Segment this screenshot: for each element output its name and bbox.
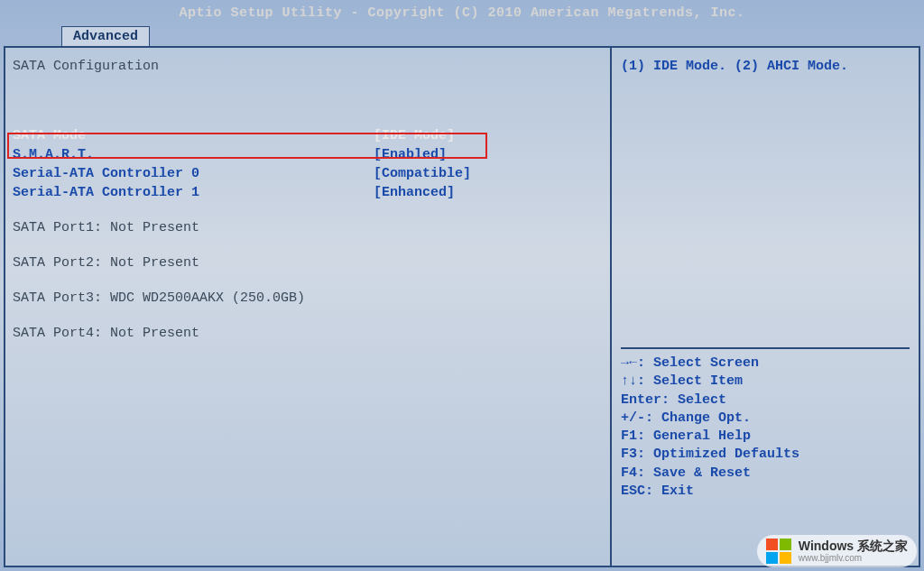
tab-label: Advanced <box>73 29 138 44</box>
keyhelp-select-item: ↑↓: Select Item <box>621 373 910 391</box>
help-divider <box>621 347 910 349</box>
keyhelp-change-opt: +/-: Change Opt. <box>621 410 910 428</box>
watermark: Windows 系统之家 www.bjjmlv.com <box>757 535 917 567</box>
watermark-line2: www.bjjmlv.com <box>799 553 908 563</box>
sata-port-1: SATA Port1: Not Present <box>13 218 603 237</box>
help-description: (1) IDE Mode. (2) AHCI Mode. <box>621 59 910 74</box>
right-panel: (1) IDE Mode. (2) AHCI Mode. →←: Select … <box>612 48 919 566</box>
setting-value: [IDE Mode] <box>374 128 603 143</box>
setting-value: [Enabled] <box>374 147 603 162</box>
keyhelp-optimized-defaults: F3: Optimized Defaults <box>621 446 910 464</box>
main-frame: SATA Configuration SATA Mode [IDE Mode] … <box>4 46 920 567</box>
setting-sata-controller-1[interactable]: Serial-ATA Controller 1 [Enhanced] <box>13 183 603 202</box>
keyhelp-general-help: F1: General Help <box>621 428 910 446</box>
keyhelp-save-reset: F4: Save & Reset <box>621 465 910 483</box>
tab-advanced[interactable]: Advanced <box>61 26 150 46</box>
sata-port-4: SATA Port4: Not Present <box>13 324 603 343</box>
setting-sata-mode[interactable]: SATA Mode [IDE Mode] <box>13 126 603 145</box>
sata-port-2: SATA Port2: Not Present <box>13 253 603 272</box>
setting-label: SATA Mode <box>13 128 374 143</box>
tab-bar: Advanced <box>0 26 924 46</box>
section-title: SATA Configuration <box>13 59 603 74</box>
setting-sata-controller-0[interactable]: Serial-ATA Controller 0 [Compatible] <box>13 164 603 183</box>
setting-value: [Enhanced] <box>374 185 603 200</box>
watermark-line1: Windows 系统之家 <box>799 539 908 553</box>
keyhelp-select-screen: →←: Select Screen <box>621 355 910 373</box>
windows-icon <box>766 539 791 564</box>
setting-label: Serial-ATA Controller 0 <box>13 166 374 181</box>
header-title: Aptio Setup Utility - Copyright (C) 2010… <box>179 5 744 21</box>
left-panel: SATA Configuration SATA Mode [IDE Mode] … <box>5 48 612 566</box>
setting-value: [Compatible] <box>374 166 603 181</box>
keyhelp-exit: ESC: Exit <box>621 483 910 501</box>
bios-header: Aptio Setup Utility - Copyright (C) 2010… <box>0 0 924 26</box>
setting-label: S.M.A.R.T. <box>13 147 374 162</box>
keyhelp-enter: Enter: Select <box>621 391 910 410</box>
setting-label: Serial-ATA Controller 1 <box>13 185 374 200</box>
sata-port-3: SATA Port3: WDC WD2500AAKX (250.0GB) <box>13 289 603 308</box>
watermark-text: Windows 系统之家 www.bjjmlv.com <box>799 539 908 563</box>
setting-smart[interactable]: S.M.A.R.T. [Enabled] <box>13 145 603 164</box>
